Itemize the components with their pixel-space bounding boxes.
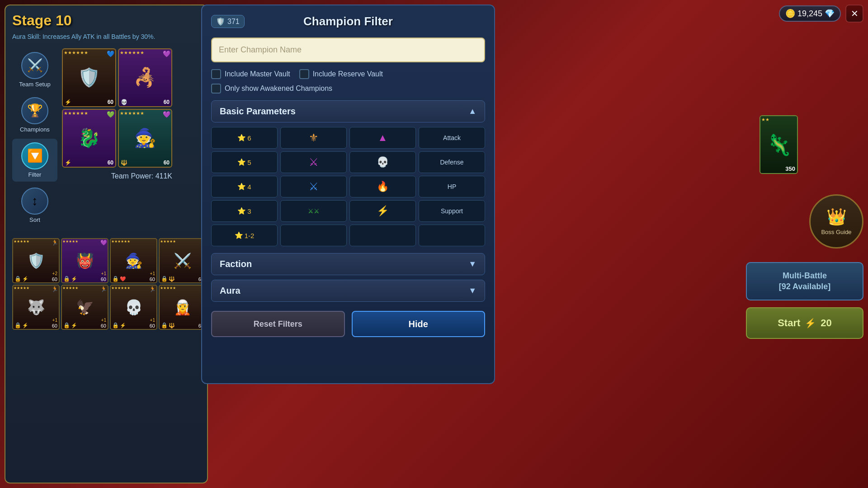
roster-card-3-affinity: ❤️ [120,276,126,282]
aura-header[interactable]: Aura ▼ [211,280,485,302]
boss-guide-button[interactable]: 👑 Boss Guide [809,194,863,249]
star-6-filter[interactable]: ⭐ 6 [211,127,278,149]
modal-title: Champion Filter [303,14,393,28]
team-setup-icon: ⚔️ [21,52,48,79]
affinity-magic-filter[interactable]: 💀 [349,151,416,173]
roster-card-5-lock: 🔒 [14,322,21,328]
champion-search-input[interactable] [211,38,485,62]
team-card-2-affinity: 💜 [163,50,170,57]
empty-role-filter[interactable] [419,225,485,246]
role-attack-filter[interactable]: Attack [419,127,485,149]
sidebar-item-champions[interactable]: 🏆 Champions [12,94,57,136]
champion-preview-card[interactable]: 🦎 ★★ 350 [760,115,798,174]
basic-params-header[interactable]: Basic Parameters ▲ [211,100,485,122]
star-5-filter[interactable]: ⭐ 5 [211,151,278,173]
affinity-void-filter[interactable]: ⚡ [349,200,416,222]
faction-knight-filter[interactable]: ⚜ [280,127,347,149]
star-1-2-icon: ⭐ 1-2 [235,231,255,239]
master-vault-checkbox-box [211,69,221,79]
badge-count: 371 [227,18,240,26]
roster-card-3-plus: +1 [150,271,155,276]
basic-params-chevron: ▲ [468,107,476,116]
roster-card-3-lock: 🔒 [112,276,119,282]
roster-card-2[interactable]: 👹 ★★★★★ 💜 +1 🔒 ⚡ 60 [61,238,108,283]
include-master-vault-checkbox[interactable]: Include Master Vault [211,69,290,79]
faction-barbarian-filter[interactable]: ⚔ [280,151,347,173]
roster-card-1[interactable]: 🛡️ ★★★★★ 🏃 +2 🔒 ⚡ 60 [12,238,60,283]
team-power: Team Power: 411K [62,172,172,180]
roster-card-7-stars: ★★★★★★ [111,286,130,290]
team-card-4[interactable]: 🧙 ★★★★★★ 💜 60 🔱 [118,109,172,168]
affinity-spirit-filter[interactable]: 🔥 [349,176,416,197]
awakened-checkbox-box [211,84,221,94]
roster-card-6-type: 🏃 [100,286,107,292]
roster-card-1-level: 60 [52,277,57,282]
faction-orc-filter[interactable]: ⚔⚔ [280,200,347,222]
only-awakened-checkbox[interactable]: Only show Awakened Champions [211,84,332,94]
team-card-2[interactable]: 🦂 ★★★★★★ 💜 60 💀 [118,48,172,107]
roster-card-5-plus: +1 [52,318,57,323]
orc-faction-icon: ⚔⚔ [308,207,320,215]
team-card-3-level: 60 [108,160,113,166]
roster-card-2-affinity: ⚡ [71,276,77,282]
role-hp-filter[interactable]: HP [419,176,485,197]
roster-card-4-stars: ★★★★★ [160,239,176,244]
aura-filter-title: Aura [220,286,241,296]
currency-amount: 19,245 [797,9,822,19]
roster-card-1-affinity: ⚡ [22,276,28,282]
aura-description: Aura Skill: Increases Ally ATK in all Ba… [12,33,200,42]
team-card-1[interactable]: 🛡️ ★★★★★★ 💙 60 ⚡ [62,48,116,107]
role-defense-filter[interactable]: Defense [419,151,485,173]
boss-guide-label: Boss Guide [821,229,851,235]
roster-card-5-type: 🏃 [52,286,58,292]
gem-icon: 💎 [825,9,835,19]
roster-card-4[interactable]: ⚔️ ★★★★★ 🔒 🔱 60 [159,238,206,283]
roster-card-1-type: 🏃 [52,239,58,246]
support-role-label: Support [441,207,463,215]
multi-battle-button[interactable]: Multi-Battle[92 Available] [746,262,863,300]
include-reserve-vault-checkbox[interactable]: Include Reserve Vault [299,69,383,79]
roster-card-4-lock: 🔒 [161,276,168,282]
team-card-4-art: 🧙 [119,110,171,167]
only-awakened-label: Only show Awakened Champions [225,84,332,93]
preview-stars: ★★ [761,117,769,122]
sidebar-item-sort[interactable]: ↕️ Sort [12,184,57,227]
faction-header[interactable]: Faction ▼ [211,253,485,275]
team-card-1-level: 60 [108,99,113,105]
roster-card-3-level: 60 [150,277,155,282]
aura-section: Aura ▼ [211,280,485,302]
star-4-filter[interactable]: ⭐ 4 [211,176,278,197]
faction-title: Faction [220,259,252,269]
roster-card-4-affinity: 🔱 [169,276,175,282]
roster-card-5-stars: ★★★★★ [14,286,29,290]
team-card-3-affinity: 💚 [107,111,114,118]
faction-elf-filter[interactable]: ⚔ [280,176,347,197]
close-button[interactable]: ✕ [845,5,863,23]
roster-card-3[interactable]: 🧙 ★★★★★★ +1 🔒 ❤️ 60 [110,238,157,283]
reset-filters-button[interactable]: Reset Filters [211,311,345,337]
sidebar-item-filter[interactable]: 🔽 Filter [12,139,57,182]
start-cost: 20 [821,317,831,329]
master-vault-label: Include Master Vault [225,70,290,78]
team-card-3[interactable]: 🐉 ★★★★★★ 💚 60 ⚡ [62,109,116,168]
star-3-filter[interactable]: ⭐ 3 [211,200,278,222]
awakened-filter-row: Only show Awakened Champions [211,84,485,94]
affinity-force-filter[interactable]: ▲ [349,127,416,149]
roster-card-8[interactable]: 🧝 ★★★★★ 🔒 🔱 60 [159,285,206,330]
roster-card-7-affinity: ⚡ [120,323,126,328]
sidebar-item-team-setup[interactable]: ⚔️ Team Setup [12,48,57,91]
empty-affinity-filter[interactable] [349,225,416,246]
roster-card-5[interactable]: 🐺 ★★★★★ 🏃 +1 🔒 ⚡ 60 [12,285,60,330]
roster-card-6[interactable]: 🦅 ★★★★★ 🏃 +1 🔒 ⚡ 60 [61,285,108,330]
star-1-2-filter[interactable]: ⭐ 1-2 [211,225,278,246]
role-support-filter[interactable]: Support [419,200,485,222]
roster-card-8-affinity: 🔱 [169,323,175,328]
roster-card-7[interactable]: 💀 ★★★★★★ 🏃 +1 🔒 ⚡ 60 [110,285,157,330]
hide-button[interactable]: Hide [352,311,486,337]
roster-card-7-type: 🏃 [149,286,156,292]
champion-filter-modal: 🛡️ 371 Champion Filter Include Master Va… [201,5,495,384]
start-button[interactable]: Start ⚡ 20 [746,307,863,339]
roster-card-6-lock: 🔒 [63,322,70,328]
team-card-4-stars: ★★★★★★ [120,111,144,116]
empty-faction-filter[interactable] [280,225,347,246]
